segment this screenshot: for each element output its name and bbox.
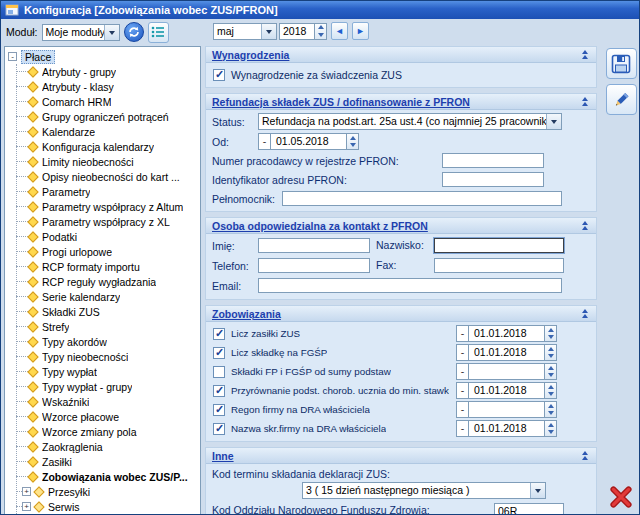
tree-item[interactable]: Opisy nieobecności do kart ... xyxy=(8,169,200,184)
pfron-address-id-field[interactable] xyxy=(442,172,544,187)
tree-item[interactable]: Grupy ograniczeń potrąceń xyxy=(8,109,200,124)
first-name-field[interactable] xyxy=(258,238,370,253)
last-name-field[interactable] xyxy=(434,238,564,253)
date-value[interactable]: 01.01.2018 xyxy=(469,420,545,437)
tree-item[interactable]: Kalendarze xyxy=(8,124,200,139)
spin-up-icon[interactable] xyxy=(545,421,556,429)
tree-item[interactable]: Progi urlopowe xyxy=(8,244,200,259)
section-header[interactable]: Wynagrodzenia xyxy=(206,47,596,63)
run-module-button[interactable] xyxy=(124,22,144,42)
collapse-section-icon[interactable] xyxy=(578,449,592,462)
tree-item[interactable]: Konfiguracja kalendarzy xyxy=(8,139,200,154)
spin-down-icon[interactable] xyxy=(545,429,556,437)
spin-down-icon[interactable] xyxy=(347,142,358,150)
spin-down-icon[interactable] xyxy=(545,410,556,418)
tree-item[interactable]: Parametry xyxy=(8,184,200,199)
spin-up-icon[interactable] xyxy=(347,134,358,142)
date-mode-box[interactable]: - xyxy=(456,325,469,342)
checkbox[interactable] xyxy=(213,347,225,359)
date-spinner[interactable] xyxy=(545,344,557,361)
phone-field[interactable] xyxy=(258,258,370,273)
section-header[interactable]: Refundacja składek ZUS / dofinansowanie … xyxy=(206,94,596,110)
date-mode-box[interactable]: - xyxy=(456,420,469,437)
date-spinner[interactable] xyxy=(545,382,557,399)
spin-up-icon[interactable] xyxy=(545,345,556,353)
collapse-icon[interactable]: - xyxy=(8,52,17,61)
proxy-field[interactable] xyxy=(282,191,562,206)
module-select[interactable]: Moje moduły xyxy=(42,24,120,41)
checkbox[interactable] xyxy=(213,385,225,397)
collapse-section-icon[interactable] xyxy=(578,307,592,320)
tree-item[interactable]: +Serwis xyxy=(8,499,200,514)
tree-item-place[interactable]: - Płace xyxy=(8,49,200,64)
section-header[interactable]: Inne xyxy=(206,448,596,464)
date-value[interactable]: 01.01.2018 xyxy=(469,382,545,399)
tree-item[interactable]: Strefy xyxy=(8,319,200,334)
date-value[interactable]: 01.01.2018 xyxy=(469,325,545,342)
spin-up-icon[interactable] xyxy=(545,383,556,391)
date-value[interactable]: 01.01.2018 xyxy=(469,344,545,361)
tree-item[interactable]: Składki ZUS xyxy=(8,304,200,319)
checkbox[interactable] xyxy=(213,404,225,416)
section-header[interactable]: Zobowiązania xyxy=(206,306,596,322)
chevron-down-icon[interactable] xyxy=(261,24,276,39)
spin-down-icon[interactable] xyxy=(545,372,556,380)
tree-item[interactable]: Wzorce płacowe xyxy=(8,409,200,424)
checkbox[interactable] xyxy=(213,328,225,340)
spin-down-icon[interactable] xyxy=(545,353,556,361)
date-mode-box[interactable]: - xyxy=(258,133,271,150)
collapse-section-icon[interactable] xyxy=(578,48,592,61)
year-spin-buttons[interactable] xyxy=(315,23,327,40)
collapse-section-icon[interactable] xyxy=(578,219,592,232)
date-value[interactable] xyxy=(469,363,545,380)
email-field[interactable] xyxy=(258,278,562,293)
edit-button[interactable] xyxy=(606,84,637,115)
status-select[interactable]: Refundacja na podst.art. 25a ust.4 (co n… xyxy=(258,113,562,130)
prev-month-button[interactable]: ◄ xyxy=(331,22,348,40)
spin-up-icon[interactable] xyxy=(545,326,556,334)
date-spinner[interactable] xyxy=(545,363,557,380)
date-spinner[interactable] xyxy=(545,401,557,418)
tree-item[interactable]: Typy wypłat xyxy=(8,364,200,379)
next-month-button[interactable]: ► xyxy=(352,22,369,40)
tree-item[interactable]: Wzorce zmiany pola xyxy=(8,424,200,439)
from-date-value[interactable]: 01.05.2018 xyxy=(271,133,347,150)
date-mode-box[interactable]: - xyxy=(456,401,469,418)
date-mode-box[interactable]: - xyxy=(456,344,469,361)
tree-item[interactable]: RCP formaty importu xyxy=(8,259,200,274)
tree-item[interactable]: Typy wypłat - grupy xyxy=(8,379,200,394)
chevron-down-icon[interactable] xyxy=(104,25,119,40)
date-mode-box[interactable]: - xyxy=(456,363,469,380)
tree-item[interactable]: Parametry współpracy z XL xyxy=(8,214,200,229)
year-field[interactable]: 2018 xyxy=(279,23,315,40)
checkbox[interactable] xyxy=(213,423,225,435)
tree-item[interactable]: Zaokrąglenia xyxy=(8,439,200,454)
save-button[interactable] xyxy=(606,48,637,79)
checkbox[interactable] xyxy=(213,366,225,378)
tree-item[interactable]: Atrybuty - klasy xyxy=(8,79,200,94)
pfron-employer-number-field[interactable] xyxy=(442,153,544,168)
date-spinner[interactable] xyxy=(545,325,557,342)
nfz-branch-code-field[interactable] xyxy=(494,503,564,515)
spin-up-icon[interactable] xyxy=(545,402,556,410)
tree-item[interactable]: Atrybuty - grupy xyxy=(8,64,200,79)
date-mode-box[interactable]: - xyxy=(456,382,469,399)
spin-down-icon[interactable] xyxy=(545,334,556,342)
date-spinner[interactable] xyxy=(347,133,359,150)
tree-item[interactable]: Comarch HRM xyxy=(8,94,200,109)
tree-item[interactable]: Limity nieobecności xyxy=(8,154,200,169)
chevron-down-icon[interactable] xyxy=(546,114,561,129)
tree-item[interactable]: +Przesyłki xyxy=(8,484,200,499)
module-list-button[interactable] xyxy=(148,22,169,43)
titlebar[interactable]: Konfiguracja [Zobowiązania wobec ZUS/PFR… xyxy=(0,0,640,19)
spin-up-icon[interactable] xyxy=(315,24,326,32)
tree-item[interactable]: Serie kalendarzy xyxy=(8,289,200,304)
cancel-button[interactable] xyxy=(605,481,636,512)
tree-item[interactable]: Typy nieobecności xyxy=(8,349,200,364)
tree-item[interactable]: Typy akordów xyxy=(8,334,200,349)
fax-field[interactable] xyxy=(434,258,564,273)
tree-item[interactable]: Zasiłki xyxy=(8,454,200,469)
expand-icon[interactable]: + xyxy=(22,487,31,496)
zus-declaration-term-select[interactable]: 3 ( 15 dzień następnego miesiąca ) xyxy=(302,482,546,499)
date-value[interactable] xyxy=(469,401,545,418)
